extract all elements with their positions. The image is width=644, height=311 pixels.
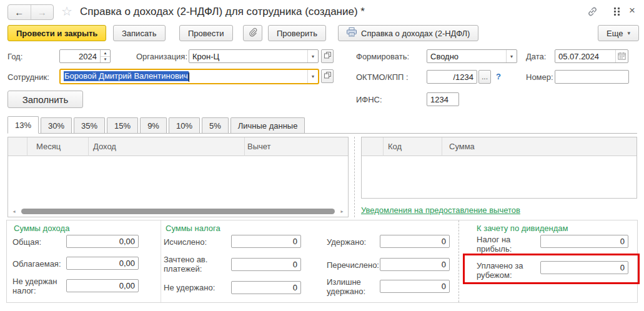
organization-dropdown-button[interactable]: ▾ <box>307 50 318 62</box>
employee-field[interactable]: Боровой Дмитрий Валентинович ▾ <box>59 69 319 84</box>
total-label: Общая: <box>12 237 41 247</box>
column-header-deduction[interactable]: Вычет <box>247 142 271 151</box>
oktmo-kpp-field[interactable]: /1234 <box>427 70 477 84</box>
deduction-codes-table[interactable]: Код Сумма <box>361 137 637 199</box>
field-value: 0 <box>232 237 300 246</box>
employee-open-button[interactable] <box>321 69 334 83</box>
horizontal-scrollbar[interactable]: ◂ ▸ <box>10 207 346 215</box>
field-value: 0,00 <box>67 281 138 290</box>
oktmo-more-button[interactable]: ... <box>478 70 491 84</box>
organization-open-button[interactable] <box>321 49 334 63</box>
back-button[interactable]: ← <box>8 5 31 19</box>
more-actions-button[interactable]: Еще ▾ <box>598 25 639 41</box>
oktmo-help-icon[interactable]: ? <box>496 72 501 81</box>
scroll-left-icon[interactable]: ◂ <box>10 209 18 214</box>
attachments-button[interactable] <box>243 25 262 41</box>
total-label: Налог на прибыль: <box>477 235 534 254</box>
post-and-close-button[interactable]: Провести и закрыть <box>7 25 106 41</box>
tax-over-withheld-field[interactable]: 0 <box>380 280 450 293</box>
profit-tax-field[interactable]: 0 <box>540 235 628 248</box>
year-value: 2024 <box>60 52 100 61</box>
favorite-star-icon[interactable]: ☆ <box>61 4 72 19</box>
date-value: 05.07.2024 <box>555 52 615 61</box>
ifns-value: 1234 <box>427 95 458 104</box>
panel-splitter[interactable] <box>354 137 355 217</box>
tab-15[interactable]: 15% <box>107 117 138 133</box>
column-header-sum[interactable]: Сумма <box>449 142 475 151</box>
income-taxable-field[interactable]: 0,00 <box>66 257 139 270</box>
total-label: Исчислено: <box>164 237 207 247</box>
tax-not-withheld-field[interactable]: 0 <box>231 281 301 294</box>
field-value: 0,00 <box>67 237 138 246</box>
employee-dropdown-button[interactable]: ▾ <box>307 70 318 83</box>
tab-35[interactable]: 35% <box>74 117 105 133</box>
nav-history-group: ← → <box>7 4 54 20</box>
calendar-button[interactable] <box>615 50 628 62</box>
year-field[interactable]: 2024 ▴ ▾ <box>59 49 111 63</box>
dividends-title: К зачету по дивидендам <box>477 224 568 233</box>
page-title: Справка о доходах (2-НДФЛ) для сотрудник… <box>80 6 365 18</box>
year-spinner[interactable]: ▴ ▾ <box>100 50 110 62</box>
post-button[interactable]: Провести <box>179 25 233 41</box>
income-table[interactable]: Месяц Доход Вычет ◂ ▸ <box>7 137 349 217</box>
scroll-right-icon[interactable]: ▸ <box>338 209 346 214</box>
generate-value: Сводно <box>427 52 506 61</box>
tab-10[interactable]: 10% <box>169 117 200 133</box>
income-sums-title: Суммы дохода <box>14 224 69 233</box>
total-label: Облагаемая: <box>12 259 61 269</box>
total-label: Не удержано: <box>164 283 215 292</box>
totals-splitter[interactable] <box>458 220 459 302</box>
total-label: Зачтено ав. платежей: <box>164 255 221 274</box>
fill-button-label: Заполнить <box>22 94 69 105</box>
check-button[interactable]: Проверить <box>268 25 326 41</box>
tax-advance-offset-field[interactable]: 0 <box>231 258 301 271</box>
rate-tabs: 13% 30% 35% 15% 9% 10% 5% Личные данные <box>7 116 637 134</box>
income-total-field[interactable]: 0,00 <box>66 235 139 248</box>
forward-button[interactable]: → <box>31 5 54 19</box>
field-value: 0 <box>232 283 300 292</box>
tab-9[interactable]: 9% <box>140 117 167 133</box>
close-icon[interactable]: × <box>629 5 635 16</box>
tab-label: 30% <box>48 121 64 131</box>
save-label: Записать <box>122 29 157 38</box>
scrollbar-thumb[interactable] <box>21 209 335 214</box>
tab-13[interactable]: 13% <box>7 116 39 134</box>
deduction-notifications-link[interactable]: Уведомления на предоставление вычетов <box>361 205 520 215</box>
column-header-month[interactable]: Месяц <box>36 142 61 151</box>
spin-down-icon[interactable]: ▾ <box>101 57 110 63</box>
income-tax-not-withheld-field[interactable]: 0,00 <box>66 279 139 292</box>
post-label: Провести <box>188 29 224 38</box>
tab-30[interactable]: 30% <box>41 117 72 133</box>
tab-label: 5% <box>209 121 221 131</box>
get-link-icon[interactable] <box>587 6 598 19</box>
organization-field[interactable]: Крон-Ц ▾ <box>189 49 319 63</box>
date-field[interactable]: 05.07.2024 <box>555 49 628 63</box>
generate-field[interactable]: Сводно ▾ <box>427 49 517 63</box>
save-button[interactable]: Записать <box>113 25 166 41</box>
tax-withheld-field[interactable]: 0 <box>380 235 450 248</box>
number-field[interactable] <box>555 70 629 84</box>
tab-label: 9% <box>147 121 159 131</box>
tax-calculated-field[interactable]: 0 <box>231 235 301 248</box>
generate-dropdown-button[interactable]: ▾ <box>506 50 517 62</box>
tab-5[interactable]: 5% <box>202 117 229 133</box>
ifns-label: ИФНС: <box>356 95 382 104</box>
print-certificate-label: Справка о доходах (2-НДФЛ) <box>361 29 470 38</box>
column-header-code[interactable]: Код <box>388 142 402 151</box>
tax-transferred-field[interactable]: 0 <box>380 258 450 271</box>
fill-button[interactable]: Заполнить <box>7 91 83 108</box>
organization-label: Организация: <box>136 52 187 61</box>
employee-value: Боровой Дмитрий Валентинович <box>64 71 189 81</box>
employee-label: Сотрудник: <box>7 72 49 82</box>
tab-label: Личные данные <box>238 121 298 131</box>
spin-up-icon[interactable]: ▴ <box>101 50 110 57</box>
tab-personal-data[interactable]: Личные данные <box>230 117 305 133</box>
tab-label: 35% <box>81 121 97 131</box>
more-menu-icon[interactable] <box>614 7 620 16</box>
print-certificate-button[interactable]: Справка о доходах (2-НДФЛ) <box>338 25 478 41</box>
chevron-down-icon: ▾ <box>510 54 513 59</box>
column-header-income[interactable]: Доход <box>93 142 116 151</box>
ifns-field[interactable]: 1234 <box>427 92 459 106</box>
tab-label: 10% <box>176 121 192 131</box>
chevron-down-icon: ▾ <box>312 74 314 79</box>
